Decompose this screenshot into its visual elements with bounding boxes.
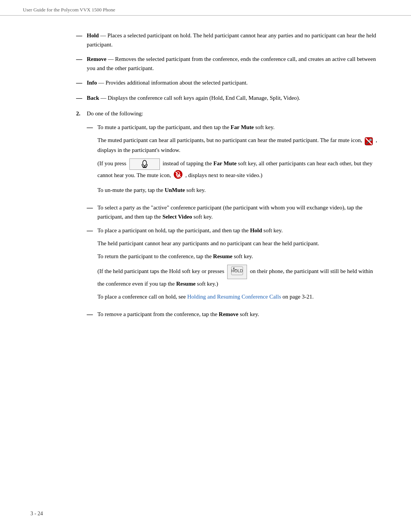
dash-icon: — bbox=[87, 226, 97, 236]
list-item: — To mute a participant, tap the partici… bbox=[87, 123, 381, 198]
dash-icon: — bbox=[87, 203, 97, 213]
page-number: 3 - 24 bbox=[30, 511, 43, 516]
back-bullet: Back — Displays the conference call soft… bbox=[87, 93, 381, 102]
dash-icon: — bbox=[76, 31, 87, 41]
step-2-intro: Do one of the following: bbox=[87, 110, 143, 117]
remove-soft-bold: Remove bbox=[219, 311, 239, 317]
mute-hardware-button bbox=[129, 158, 160, 170]
step-2: 2. Do one of the following: — To mute a … bbox=[76, 109, 381, 324]
resume-bold-2: Resume bbox=[176, 281, 196, 287]
step-2-sub-list: — To mute a participant, tap the partici… bbox=[87, 123, 381, 319]
select-video-sub-content: To select a party as the "active" confer… bbox=[97, 203, 381, 221]
dash-icon: — bbox=[76, 93, 87, 103]
list-item: — Hold — Places a selected participant o… bbox=[76, 31, 381, 49]
list-item: — To remove a participant from the confe… bbox=[87, 310, 381, 320]
dash-icon: — bbox=[87, 123, 97, 133]
holding-resuming-link[interactable]: Holding and Resuming Conference Calls bbox=[187, 294, 281, 300]
list-item: — To place a participant on hold, tap th… bbox=[87, 226, 381, 305]
hold-term: Hold bbox=[87, 32, 99, 38]
hold-participant-sub-content: To place a participant on hold, tap the … bbox=[97, 226, 381, 305]
step-2-label: 2. bbox=[76, 109, 87, 118]
list-item: — To select a party as the "active" conf… bbox=[87, 203, 381, 221]
mute-extra-2: (If you press instead of tappin bbox=[97, 158, 381, 182]
main-content: — Hold — Places a selected participant o… bbox=[0, 16, 411, 350]
remove-term: Remove bbox=[87, 56, 107, 62]
svg-point-3 bbox=[143, 160, 147, 166]
mute-sub-content: To mute a participant, tap the participa… bbox=[97, 123, 381, 198]
far-mute-icon: 🎤 bbox=[365, 137, 374, 144]
page-footer: 3 - 24 bbox=[30, 511, 43, 517]
dash-icon: — bbox=[87, 310, 97, 320]
unmute-bold: UnMute bbox=[165, 187, 185, 193]
far-mute-bold-2: Far Mute bbox=[213, 160, 237, 166]
hold-hardware-button: HOLD bbox=[227, 265, 247, 279]
hold-participant-text: To place a participant on hold, tap the … bbox=[97, 227, 283, 233]
list-item: — Back — Displays the conference call so… bbox=[76, 93, 381, 103]
dash-icon: — bbox=[76, 78, 87, 88]
top-bullet-list: — Hold — Places a selected participant o… bbox=[76, 31, 381, 103]
hold-extra-4: To place a conference call on hold, see … bbox=[97, 292, 381, 301]
mute-extra-1: The muted participant can hear all parti… bbox=[97, 136, 381, 155]
svg-text:HOLD: HOLD bbox=[231, 268, 243, 273]
hold-extra-3: (If the held participant taps the Hold s… bbox=[97, 265, 381, 288]
select-video-bold: Select Video bbox=[162, 214, 192, 220]
resume-bold: Resume bbox=[213, 253, 233, 259]
hold-bullet: Hold — Places a selected participant on … bbox=[87, 31, 381, 49]
select-video-text: To select a party as the "active" confer… bbox=[97, 204, 362, 220]
list-item: — Info — Provides additional information… bbox=[76, 78, 381, 88]
info-bullet: Info — Provides additional information a… bbox=[87, 78, 381, 87]
remove-bullet: Remove — Removes the selected participan… bbox=[87, 54, 381, 73]
page-header: User Guide for the Polycom VVX 1500 Phon… bbox=[0, 0, 411, 16]
mute-circle-icon bbox=[174, 170, 183, 182]
mute-extra-3: To un-mute the party, tap the UnMute sof… bbox=[97, 185, 381, 195]
remove-text: To remove a participant from the confere… bbox=[97, 311, 259, 317]
step-2-content: Do one of the following: — To mute a par… bbox=[87, 109, 381, 324]
back-term: Back bbox=[87, 95, 99, 101]
remove-sub-content: To remove a participant from the confere… bbox=[97, 310, 381, 319]
header-title: User Guide for the Polycom VVX 1500 Phon… bbox=[23, 7, 115, 13]
hold-extra-2: To return the participant to the confere… bbox=[97, 252, 381, 261]
hold-soft-bold: Hold bbox=[250, 227, 262, 233]
list-item: — Remove — Removes the selected particip… bbox=[76, 54, 381, 73]
dash-icon: — bbox=[76, 54, 87, 64]
mute-main-text: To mute a participant, tap the participa… bbox=[97, 124, 274, 130]
info-term: Info bbox=[87, 80, 97, 86]
far-mute-bold: Far Mute bbox=[231, 124, 254, 130]
hold-extra-1: The held participant cannot hear any par… bbox=[97, 239, 381, 248]
